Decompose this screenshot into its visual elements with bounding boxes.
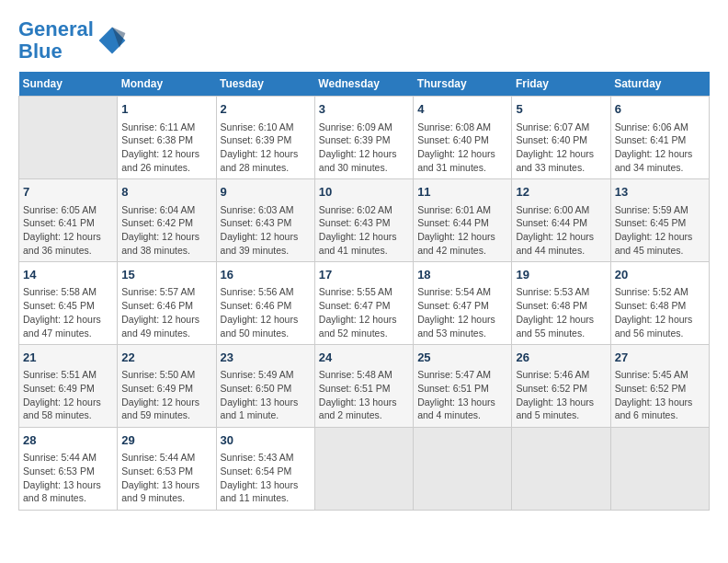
day-number: 18 <box>417 267 507 283</box>
header-wednesday: Wednesday <box>314 72 413 97</box>
calendar-cell: 23Sunrise: 5:49 AM Sunset: 6:50 PM Dayli… <box>216 345 314 428</box>
calendar-cell: 16Sunrise: 5:56 AM Sunset: 6:46 PM Dayli… <box>216 262 314 345</box>
logo-icon <box>97 26 127 55</box>
calendar-cell: 7Sunrise: 6:05 AM Sunset: 6:41 PM Daylig… <box>19 179 118 262</box>
day-info: Sunrise: 5:48 AM Sunset: 6:51 PM Dayligh… <box>319 368 409 422</box>
header-sunday: Sunday <box>19 72 118 97</box>
day-number: 27 <box>615 350 705 366</box>
day-info: Sunrise: 6:06 AM Sunset: 6:41 PM Dayligh… <box>615 121 705 175</box>
calendar-cell: 2Sunrise: 6:10 AM Sunset: 6:39 PM Daylig… <box>216 97 314 179</box>
day-info: Sunrise: 5:50 AM Sunset: 6:49 PM Dayligh… <box>121 368 211 422</box>
calendar-cell: 4Sunrise: 6:08 AM Sunset: 6:40 PM Daylig… <box>414 97 512 179</box>
day-number: 23 <box>221 350 311 366</box>
day-number: 21 <box>23 350 113 366</box>
day-number: 22 <box>121 350 211 366</box>
calendar-cell <box>512 428 610 511</box>
day-info: Sunrise: 5:56 AM Sunset: 6:46 PM Dayligh… <box>221 285 311 339</box>
day-number: 1 <box>121 101 211 118</box>
day-number: 14 <box>23 267 113 283</box>
week-row-2: 7Sunrise: 6:05 AM Sunset: 6:41 PM Daylig… <box>19 179 710 262</box>
day-number: 7 <box>23 184 113 201</box>
day-number: 3 <box>319 101 409 118</box>
day-info: Sunrise: 6:10 AM Sunset: 6:39 PM Dayligh… <box>221 121 311 175</box>
day-number: 25 <box>417 350 507 366</box>
day-info: Sunrise: 6:08 AM Sunset: 6:40 PM Dayligh… <box>417 121 507 175</box>
day-number: 26 <box>516 350 606 366</box>
calendar-cell: 17Sunrise: 5:55 AM Sunset: 6:47 PM Dayli… <box>314 262 413 345</box>
day-info: Sunrise: 5:57 AM Sunset: 6:46 PM Dayligh… <box>121 285 211 339</box>
day-info: Sunrise: 6:03 AM Sunset: 6:43 PM Dayligh… <box>221 203 311 258</box>
calendar-cell: 3Sunrise: 6:09 AM Sunset: 6:39 PM Daylig… <box>314 97 413 179</box>
day-number: 6 <box>615 101 705 118</box>
day-info: Sunrise: 6:07 AM Sunset: 6:40 PM Dayligh… <box>516 121 606 175</box>
calendar-table: SundayMondayTuesdayWednesdayThursdayFrid… <box>18 72 710 511</box>
day-number: 19 <box>516 267 606 283</box>
calendar-cell: 22Sunrise: 5:50 AM Sunset: 6:49 PM Dayli… <box>118 345 216 428</box>
day-info: Sunrise: 5:52 AM Sunset: 6:48 PM Dayligh… <box>615 285 705 339</box>
header-friday: Friday <box>512 72 610 97</box>
day-info: Sunrise: 6:00 AM Sunset: 6:44 PM Dayligh… <box>516 203 606 258</box>
logo-text: General Blue <box>18 18 94 63</box>
calendar-cell: 28Sunrise: 5:44 AM Sunset: 6:53 PM Dayli… <box>19 428 118 511</box>
day-info: Sunrise: 5:47 AM Sunset: 6:51 PM Dayligh… <box>417 368 507 422</box>
day-info: Sunrise: 6:11 AM Sunset: 6:38 PM Dayligh… <box>121 121 211 175</box>
day-number: 29 <box>121 432 211 449</box>
day-number: 4 <box>417 101 507 118</box>
calendar-cell: 18Sunrise: 5:54 AM Sunset: 6:47 PM Dayli… <box>414 262 512 345</box>
calendar-cell: 25Sunrise: 5:47 AM Sunset: 6:51 PM Dayli… <box>414 345 512 428</box>
day-info: Sunrise: 5:46 AM Sunset: 6:52 PM Dayligh… <box>516 368 606 422</box>
calendar-cell: 10Sunrise: 6:02 AM Sunset: 6:43 PM Dayli… <box>314 179 413 262</box>
day-info: Sunrise: 6:04 AM Sunset: 6:42 PM Dayligh… <box>121 203 211 258</box>
calendar-cell: 1Sunrise: 6:11 AM Sunset: 6:38 PM Daylig… <box>118 97 216 179</box>
day-info: Sunrise: 5:51 AM Sunset: 6:49 PM Dayligh… <box>23 368 113 422</box>
day-info: Sunrise: 5:53 AM Sunset: 6:48 PM Dayligh… <box>516 285 606 339</box>
calendar-cell: 26Sunrise: 5:46 AM Sunset: 6:52 PM Dayli… <box>512 345 610 428</box>
calendar-cell: 14Sunrise: 5:58 AM Sunset: 6:45 PM Dayli… <box>19 262 118 345</box>
day-number: 20 <box>615 267 705 283</box>
day-info: Sunrise: 6:02 AM Sunset: 6:43 PM Dayligh… <box>319 203 409 258</box>
day-info: Sunrise: 6:05 AM Sunset: 6:41 PM Dayligh… <box>23 203 113 258</box>
day-number: 11 <box>417 184 507 201</box>
logo: General Blue <box>18 18 127 63</box>
day-info: Sunrise: 5:44 AM Sunset: 6:53 PM Dayligh… <box>121 451 211 505</box>
calendar-cell: 5Sunrise: 6:07 AM Sunset: 6:40 PM Daylig… <box>512 97 610 179</box>
day-number: 2 <box>221 101 311 118</box>
day-info: Sunrise: 6:09 AM Sunset: 6:39 PM Dayligh… <box>319 121 409 175</box>
calendar-cell: 11Sunrise: 6:01 AM Sunset: 6:44 PM Dayli… <box>414 179 512 262</box>
calendar-cell: 15Sunrise: 5:57 AM Sunset: 6:46 PM Dayli… <box>118 262 216 345</box>
day-number: 12 <box>516 184 606 201</box>
day-info: Sunrise: 5:55 AM Sunset: 6:47 PM Dayligh… <box>319 285 409 339</box>
calendar-cell: 24Sunrise: 5:48 AM Sunset: 6:51 PM Dayli… <box>314 345 413 428</box>
day-number: 15 <box>121 267 211 283</box>
week-row-3: 14Sunrise: 5:58 AM Sunset: 6:45 PM Dayli… <box>19 262 710 345</box>
day-info: Sunrise: 5:44 AM Sunset: 6:53 PM Dayligh… <box>23 451 113 505</box>
day-info: Sunrise: 6:01 AM Sunset: 6:44 PM Dayligh… <box>417 203 507 258</box>
calendar-cell: 12Sunrise: 6:00 AM Sunset: 6:44 PM Dayli… <box>512 179 610 262</box>
calendar-cell: 21Sunrise: 5:51 AM Sunset: 6:49 PM Dayli… <box>19 345 118 428</box>
day-number: 10 <box>319 184 409 201</box>
calendar-cell: 30Sunrise: 5:43 AM Sunset: 6:54 PM Dayli… <box>216 428 314 511</box>
day-number: 13 <box>615 184 705 201</box>
day-number: 8 <box>121 184 211 201</box>
day-info: Sunrise: 5:45 AM Sunset: 6:52 PM Dayligh… <box>615 368 705 422</box>
header-tuesday: Tuesday <box>216 72 314 97</box>
day-number: 28 <box>23 432 113 449</box>
calendar-cell: 13Sunrise: 5:59 AM Sunset: 6:45 PM Dayli… <box>610 179 709 262</box>
calendar-cell <box>314 428 413 511</box>
day-number: 30 <box>221 432 311 449</box>
day-info: Sunrise: 5:54 AM Sunset: 6:47 PM Dayligh… <box>417 285 507 339</box>
day-number: 9 <box>221 184 311 201</box>
calendar-cell: 27Sunrise: 5:45 AM Sunset: 6:52 PM Dayli… <box>610 345 709 428</box>
week-row-1: 1Sunrise: 6:11 AM Sunset: 6:38 PM Daylig… <box>19 97 710 179</box>
calendar-cell: 20Sunrise: 5:52 AM Sunset: 6:48 PM Dayli… <box>610 262 709 345</box>
week-row-4: 21Sunrise: 5:51 AM Sunset: 6:49 PM Dayli… <box>19 345 710 428</box>
header-monday: Monday <box>118 72 216 97</box>
calendar-cell: 29Sunrise: 5:44 AM Sunset: 6:53 PM Dayli… <box>118 428 216 511</box>
week-row-5: 28Sunrise: 5:44 AM Sunset: 6:53 PM Dayli… <box>19 428 710 511</box>
calendar-cell: 6Sunrise: 6:06 AM Sunset: 6:41 PM Daylig… <box>610 97 709 179</box>
calendar-cell <box>19 97 118 179</box>
calendar-cell: 8Sunrise: 6:04 AM Sunset: 6:42 PM Daylig… <box>118 179 216 262</box>
day-info: Sunrise: 5:49 AM Sunset: 6:50 PM Dayligh… <box>221 368 311 422</box>
calendar-cell: 19Sunrise: 5:53 AM Sunset: 6:48 PM Dayli… <box>512 262 610 345</box>
day-info: Sunrise: 5:58 AM Sunset: 6:45 PM Dayligh… <box>23 285 113 339</box>
